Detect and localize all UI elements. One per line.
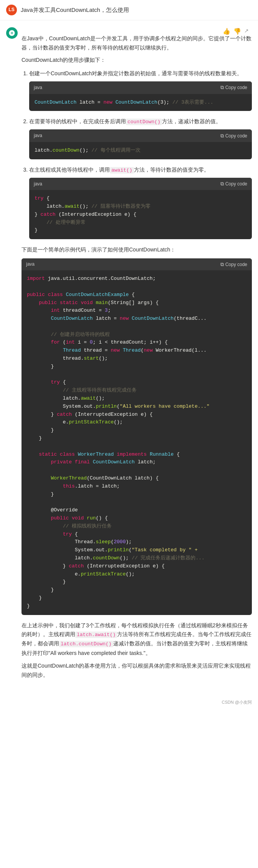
ai-avatar	[6, 27, 18, 39]
user-avatar: LS	[6, 5, 17, 15]
big-example-intro: 下面是一个简单的示例代码，演示了如何使用CountDownLatch：	[22, 245, 252, 255]
code-header-2: java ⧉ Copy code	[29, 129, 252, 142]
code-content-2: latch.countDown(); // 每个线程调用一次	[29, 142, 252, 159]
code-lang-3: java	[34, 180, 42, 188]
code-lang-big: java	[26, 261, 35, 268]
page-title: Java并发工具CountDownLatch，怎么使用	[21, 5, 129, 15]
step-3: 在主线程或其他等待线程中，调用await()方法，等待计数器的值变为零。 jav…	[29, 165, 252, 239]
code-block-2: java ⧉ Copy code latch.countDown(); // 每…	[29, 129, 252, 159]
copy-button-1[interactable]: ⧉ Copy code	[220, 84, 247, 91]
code-block-3: java ⧉ Copy code try { latch.await(); //…	[29, 178, 252, 239]
code-lang-1: java	[34, 84, 42, 91]
code-header-big: java ⧉ Copy code	[22, 258, 252, 270]
response-body: 👍 👎 ↗ 在Java中，CountDownLatch是一个并发工具，用于协调多…	[22, 26, 252, 684]
copy-icon-3: ⧉	[220, 181, 224, 187]
content-area: 👍 👎 ↗ 在Java中，CountDownLatch是一个并发工具，用于协调多…	[0, 20, 258, 696]
copy-button-3[interactable]: ⧉ Copy code	[220, 181, 247, 187]
code-lang-2: java	[34, 132, 42, 139]
thumbdown-icon[interactable]: 👎	[233, 26, 241, 34]
code-content-3: try { latch.await(); // 阻塞等待计数器变为零 } cat…	[29, 190, 252, 239]
copy-icon-1: ⧉	[220, 84, 224, 91]
copy-icon-big: ⧉	[220, 261, 224, 268]
steps-list: 创建一个CountDownLatch对象并指定计数器的初始值，通常与需要等待的线…	[22, 69, 252, 239]
thumbup-icon[interactable]: 👍	[223, 26, 230, 34]
code-content-big: import java.util.concurrent.CountDownLat…	[22, 270, 252, 615]
ai-response: 👍 👎 ↗ 在Java中，CountDownLatch是一个并发工具，用于协调多…	[6, 26, 252, 684]
share-icon[interactable]: ↗	[244, 26, 252, 34]
code-block-big: java ⧉ Copy code import java.util.concur…	[22, 258, 252, 615]
action-icons: 👍 👎 ↗	[223, 26, 252, 34]
code-block-1: java ⧉ Copy code CountDownLatch latch = …	[29, 81, 252, 111]
copy-button-big[interactable]: ⧉ Copy code	[220, 261, 247, 268]
step-2: 在需要等待的线程中，在完成任务后调用countDown()方法，递减计数器的值。…	[29, 117, 252, 159]
page-header: LS Java并发工具CountDownLatch，怎么使用	[0, 0, 258, 20]
ai-logo-icon	[8, 30, 15, 36]
response-top-row: 👍 👎 ↗	[22, 26, 252, 34]
copy-icon-2: ⧉	[220, 133, 224, 139]
code-content-1: CountDownLatch latch = new CountDownLatc…	[29, 94, 252, 111]
copy-button-2[interactable]: ⧉ Copy code	[220, 133, 247, 139]
code-header-1: java ⧉ Copy code	[29, 81, 252, 94]
intro-text: 在Java中，CountDownLatch是一个并发工具，用于协调多个线程之间的…	[22, 34, 252, 64]
step-1: 创建一个CountDownLatch对象并指定计数器的初始值，通常与需要等待的线…	[29, 69, 252, 111]
code-header-3: java ⧉ Copy code	[29, 178, 252, 190]
summary-text: 在上述示例中，我们创建了3个工作线程，每个线程模拟执行任务（通过线程睡眠2秒来模…	[22, 621, 252, 680]
page-footer: CSDN @小友阿	[0, 696, 258, 709]
